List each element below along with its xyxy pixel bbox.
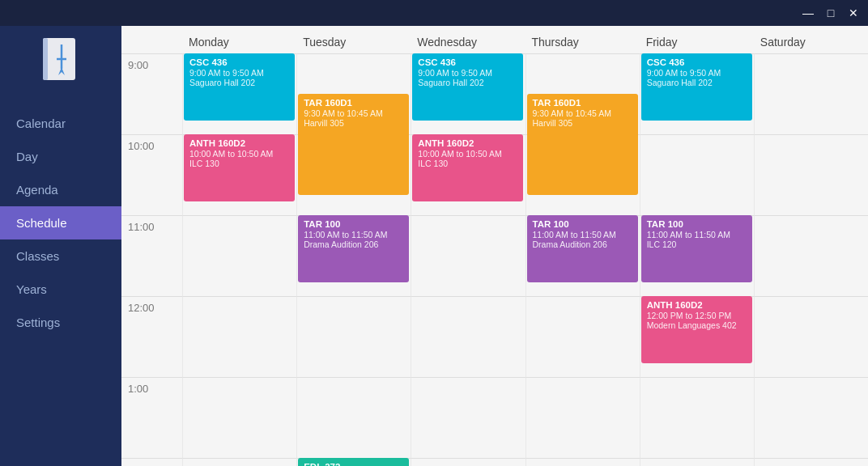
day-header-monday: Monday xyxy=(182,32,296,53)
event-anth160d2-fri[interactable]: ANTH 160D2 12:00 PM to 12:50 PM Modern L… xyxy=(641,296,752,363)
minimize-button[interactable]: — xyxy=(800,5,816,21)
day-col-3-row-3 xyxy=(411,296,525,377)
event-csc436-wed[interactable]: CSC 436 9:00 AM to 9:50 AM Saguaro Hall … xyxy=(412,53,523,121)
event-tar100-tue[interactable]: TAR 100 11:00 AM to 11:50 AM Drama Audit… xyxy=(298,215,409,282)
close-button[interactable]: ✕ xyxy=(845,5,862,21)
event-edl272-tue[interactable]: EDL 272 2:00 PM to 3:50 PM Student Union… xyxy=(298,458,409,466)
day-col-5-row-5 xyxy=(640,458,754,466)
app-body: Calendar Day Agenda Schedule Classes Yea… xyxy=(0,26,868,466)
day-col-5-row-1 xyxy=(640,134,754,215)
day-col-4-row-4 xyxy=(525,377,640,458)
calendar-area: Monday Tuesday Wednesday Thursday Friday… xyxy=(121,26,868,466)
day-col-1-row-3 xyxy=(182,296,296,377)
sidebar-item-schedule[interactable]: Schedule xyxy=(0,206,121,239)
event-tar100-fri[interactable]: TAR 100 11:00 AM to 11:50 AM ILC 120 xyxy=(641,215,752,282)
time-label-1200: 12:00 xyxy=(121,296,182,377)
sidebar-item-classes[interactable]: Classes xyxy=(0,239,121,273)
day-header-friday: Friday xyxy=(640,32,754,53)
event-csc436-fri[interactable]: CSC 436 9:00 AM to 9:50 AM Saguaro Hall … xyxy=(641,53,752,121)
day-col-3-row-2 xyxy=(411,215,525,296)
day-col-4-row-3 xyxy=(525,296,640,377)
event-tar160d1-tue[interactable]: TAR 160D1 9:30 AM to 10:45 AM Harvill 30… xyxy=(298,94,409,195)
time-label-1000: 10:00 xyxy=(121,134,182,215)
day-col-2-row-3 xyxy=(296,296,411,377)
event-csc436-mon[interactable]: CSC 436 9:00 AM to 9:50 AM Saguaro Hall … xyxy=(184,53,295,121)
time-label-1100: 11:00 xyxy=(121,215,182,296)
window-controls: — □ ✕ xyxy=(800,5,862,21)
event-tar160d1-thu[interactable]: TAR 160D1 9:30 AM to 10:45 AM Harvill 30… xyxy=(527,94,638,195)
day-header-wednesday: Wednesday xyxy=(411,32,525,53)
time-label-900: 9:00 xyxy=(121,53,182,134)
day-col-2-row-4 xyxy=(296,377,411,458)
sidebar: Calendar Day Agenda Schedule Classes Yea… xyxy=(0,26,121,466)
day-col-1-row-5 xyxy=(182,458,296,466)
schedule-scroll[interactable]: 9:0010:0011:0012:001:002:003:00CSC 436 9… xyxy=(121,53,868,466)
day-header-saturday: Saturday xyxy=(754,32,868,53)
titlebar: — □ ✕ xyxy=(0,0,868,26)
day-headers: Monday Tuesday Wednesday Thursday Friday… xyxy=(121,26,868,53)
day-col-6-row-3 xyxy=(754,296,868,377)
sidebar-item-settings[interactable]: Settings xyxy=(0,306,121,339)
svg-rect-1 xyxy=(43,38,48,80)
event-tar100-thu[interactable]: TAR 100 11:00 AM to 11:50 AM Drama Audit… xyxy=(527,215,638,282)
day-col-3-row-4 xyxy=(411,377,525,458)
day-col-1-row-4 xyxy=(182,377,296,458)
sidebar-navigation: Calendar Day Agenda Schedule Classes Yea… xyxy=(0,107,121,339)
sidebar-item-day[interactable]: Day xyxy=(0,140,121,173)
day-col-4-row-5 xyxy=(525,458,640,466)
event-anth160d2-mon[interactable]: ANTH 160D2 10:00 AM to 10:50 AM ILC 130 xyxy=(184,134,295,201)
day-col-6-row-4 xyxy=(754,377,868,458)
day-col-6-row-0 xyxy=(754,53,868,134)
schedule-grid: 9:0010:0011:0012:001:002:003:00CSC 436 9… xyxy=(121,53,868,466)
day-header-thursday: Thursday xyxy=(525,32,640,53)
maximize-button[interactable]: □ xyxy=(823,5,839,21)
day-col-6-row-1 xyxy=(754,134,868,215)
sidebar-item-agenda[interactable]: Agenda xyxy=(0,173,121,206)
event-anth160d2-wed[interactable]: ANTH 160D2 10:00 AM to 10:50 AM ILC 130 xyxy=(412,134,523,201)
app-logo xyxy=(36,34,85,91)
time-label-200: 2:00 xyxy=(121,458,182,466)
day-col-1-row-2 xyxy=(182,215,296,296)
time-label-100: 1:00 xyxy=(121,377,182,458)
day-header-tuesday: Tuesday xyxy=(296,32,411,53)
sidebar-item-years[interactable]: Years xyxy=(0,273,121,306)
day-col-5-row-4 xyxy=(640,377,754,458)
day-col-6-row-2 xyxy=(754,215,868,296)
day-col-3-row-5 xyxy=(411,458,525,466)
sidebar-item-calendar[interactable]: Calendar xyxy=(0,107,121,140)
day-col-6-row-5 xyxy=(754,458,868,466)
